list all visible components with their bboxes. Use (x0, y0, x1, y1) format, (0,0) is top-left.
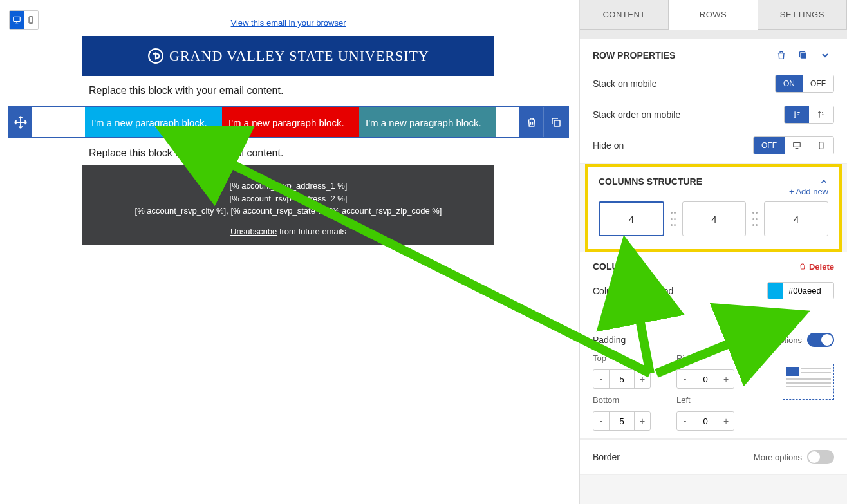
trash-icon (799, 263, 806, 270)
trash-icon (776, 50, 786, 61)
sort-asc-icon (817, 110, 826, 119)
email-canvas: View this email in your browser GRAND VA… (0, 0, 577, 504)
pad-right-input[interactable] (693, 370, 718, 388)
properties-sidebar: CONTENT ROWS SETTINGS ROW PROPERTIES Sta… (579, 0, 847, 504)
mobile-icon (817, 141, 826, 150)
copy-icon (550, 117, 562, 128)
inc-button[interactable]: + (635, 370, 650, 388)
stack-order-reverse[interactable] (809, 106, 833, 123)
row-spacer (496, 107, 518, 137)
column-resize-handle-1[interactable] (671, 212, 676, 226)
tab-settings[interactable]: SETTINGS (758, 0, 847, 29)
padding-top-stepper[interactable]: - + (593, 369, 651, 389)
gvsu-logo-icon (147, 48, 164, 64)
trash-icon (526, 117, 537, 128)
column-2[interactable]: I'm a new paragraph block. (222, 107, 359, 137)
stack-order-label: Stack order on mobile (593, 109, 680, 120)
add-column-button[interactable]: + Add new (599, 187, 828, 196)
unsub-suffix: from future emails (277, 227, 346, 236)
hide-desktop-option[interactable] (785, 137, 809, 154)
stack-mobile-toggle[interactable]: ON OFF (775, 75, 834, 93)
delete-column-button[interactable]: Delete (799, 262, 834, 272)
tab-content[interactable]: CONTENT (580, 0, 669, 29)
dec-button[interactable]: - (677, 370, 693, 388)
row-copy-button[interactable] (794, 46, 812, 64)
border-more-label: More options (754, 453, 802, 462)
inc-button[interactable]: + (718, 370, 734, 388)
desktop-icon (792, 141, 801, 150)
padding-preview (783, 364, 834, 400)
stack-order-default[interactable] (785, 106, 809, 123)
column-box-3[interactable]: 4 (764, 201, 828, 236)
hide-on-toggle[interactable]: OFF (753, 136, 834, 154)
more-options-label: More options (754, 335, 802, 345)
pad-left-label: Left (676, 395, 734, 405)
hide-on-label: Hide on (593, 140, 624, 151)
border-label: Border (593, 452, 620, 462)
pad-left-input[interactable] (693, 412, 718, 430)
border-more-switch[interactable] (807, 450, 834, 464)
svg-rect-9 (794, 142, 801, 147)
stack-on-option[interactable]: ON (776, 75, 803, 92)
university-banner: GRAND VALLEY STATE UNIVERSITY (82, 36, 494, 76)
columns-structure-title: COLUMNS STRUCTURE (599, 176, 702, 187)
row-delete-button[interactable] (772, 46, 790, 64)
delete-row-button[interactable] (519, 107, 543, 137)
column-resize-handle-2[interactable] (752, 212, 758, 226)
column-bg-color-input[interactable] (767, 282, 834, 299)
move-icon (14, 115, 28, 129)
columns-structure-highlight: COLUMNS STRUCTURE + Add new 4 4 4 (585, 164, 842, 252)
svg-rect-11 (819, 142, 823, 149)
column-box-2[interactable]: 4 (682, 201, 747, 236)
svg-rect-7 (801, 53, 806, 59)
inc-button[interactable]: + (718, 412, 734, 430)
sidebar-tabs: CONTENT ROWS SETTINGS (580, 0, 847, 30)
pad-top-input[interactable] (609, 370, 635, 388)
pad-right-label: Right (676, 353, 734, 363)
dec-button[interactable]: - (593, 370, 609, 388)
column-1[interactable]: I'm a new paragraph block. (85, 107, 222, 137)
padding-label: Padding (593, 335, 626, 345)
stack-mobile-label: Stack on mobile (593, 79, 657, 89)
column-n-title: COLUMN 1 (593, 261, 640, 272)
color-hex-field[interactable] (783, 283, 833, 299)
color-swatch[interactable] (768, 283, 783, 299)
placeholder-text-1: Replace this block with your email conte… (89, 85, 283, 97)
column-bg-label: Column background (593, 286, 673, 296)
row-drag-handle[interactable] (9, 107, 32, 137)
stack-off-option[interactable]: OFF (803, 75, 833, 92)
more-options-switch[interactable] (807, 333, 834, 347)
inc-button[interactable]: + (635, 412, 650, 430)
dec-button[interactable]: - (593, 412, 609, 430)
padding-right-stepper[interactable]: - + (676, 369, 734, 389)
view-in-browser-link[interactable]: View this email in your browser (0, 18, 577, 28)
row-collapse-button[interactable] (816, 46, 834, 64)
placeholder-text-2: Replace this block with your email conte… (89, 147, 283, 159)
footer-block: [% account_rsvp_address_1 %] [% account_… (82, 165, 494, 245)
banner-text: GRAND VALLEY STATE UNIVERSITY (169, 48, 429, 64)
duplicate-row-button[interactable] (543, 107, 568, 137)
hide-off-option[interactable]: OFF (754, 137, 785, 154)
padding-left-stepper[interactable]: - + (676, 411, 734, 431)
copy-icon (798, 50, 808, 61)
svg-rect-6 (554, 120, 560, 126)
row-properties-title: ROW PROPERTIES (593, 50, 675, 61)
stack-order-toggle[interactable] (784, 106, 834, 124)
column-3[interactable]: I'm a new paragraph block. (359, 107, 496, 137)
pad-bottom-input[interactable] (609, 412, 635, 430)
selected-row[interactable]: I'm a new paragraph block. I'm a new par… (8, 106, 569, 138)
footer-addr2: [% account_rsvp_address_2 %] (82, 192, 494, 205)
pad-bottom-label: Bottom (593, 395, 651, 405)
padding-bottom-stepper[interactable]: - + (593, 411, 651, 431)
unsubscribe-link[interactable]: Unsubscribe (230, 227, 277, 236)
chevron-down-icon (820, 50, 830, 61)
chevron-up-icon[interactable] (819, 177, 828, 186)
footer-city-line: [% account_rsvp_city %], [% account_rsvp… (82, 205, 494, 218)
row-gap (32, 107, 85, 137)
pad-top-label: Top (593, 353, 651, 363)
footer-addr1: [% account_rsvp_address_1 %] (82, 180, 494, 192)
column-box-1[interactable]: 4 (599, 201, 664, 236)
tab-rows[interactable]: ROWS (669, 0, 758, 30)
hide-mobile-option[interactable] (809, 137, 833, 154)
dec-button[interactable]: - (677, 412, 693, 430)
